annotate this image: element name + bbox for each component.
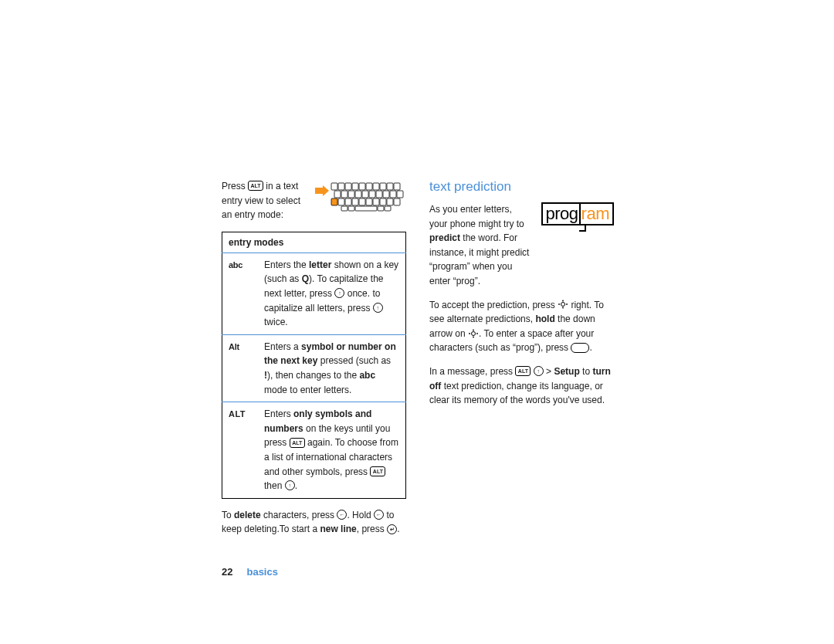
alt-key-icon: ALT [290,438,305,448]
page-footer: 22basics [222,566,406,578]
svg-rect-2 [345,183,351,190]
svg-point-35 [561,303,565,307]
accept-prediction-paragraph: To accept the prediction, press right. T… [429,298,614,355]
svg-rect-5 [366,183,372,190]
alt-key-icon: ALT [248,181,263,191]
svg-rect-20 [331,198,337,205]
svg-rect-27 [380,198,386,205]
mode-desc-abc: Enters the letter shown on a key (such a… [258,253,406,334]
right-column: text prediction As you enter letters, yo… [429,179,614,578]
table-row: ALT Enters only symbols and numbers on t… [222,402,406,499]
svg-rect-11 [341,191,348,198]
shift-key-icon: ↑ [534,366,544,376]
svg-rect-32 [355,206,377,211]
svg-rect-6 [373,183,379,190]
cursor-tail-icon [579,225,586,232]
svg-rect-0 [331,183,337,190]
keyboard-icon [331,182,406,212]
mode-label-alt: Alt [229,342,239,351]
intro-text: Press ALT in a text entry view to select… [222,179,307,222]
prediction-box: prog ram [541,202,614,225]
svg-rect-10 [334,191,341,198]
nav-key-icon [468,329,479,338]
shift-key-icon: ↑ [334,288,344,298]
svg-point-40 [472,331,476,335]
mode-label-abc: abc [229,260,242,269]
prediction-intro-text: As you enter letters, your phone might t… [429,202,532,289]
svg-rect-13 [355,191,361,198]
alt-key-icon: ALT [515,366,531,376]
svg-rect-28 [387,198,393,205]
page-number: 22 [222,566,232,578]
setup-paragraph: In a message, press ALT ↑ > Setup to tur… [429,364,614,408]
page-content: Press ALT in a text entry view to select… [222,179,614,578]
svg-rect-25 [366,198,372,205]
svg-rect-24 [359,198,365,205]
svg-rect-15 [369,191,375,198]
mode-label-altlock: ALT [229,409,246,419]
space-key-icon [571,343,589,353]
svg-rect-17 [383,191,389,198]
svg-rect-33 [378,206,384,211]
svg-rect-9 [394,183,400,190]
backspace-key-icon: ← [374,510,384,520]
enter-key-icon: ↵ [387,524,397,534]
svg-point-41 [473,329,474,330]
svg-rect-3 [352,183,358,190]
svg-point-38 [558,303,560,305]
svg-point-39 [566,303,568,305]
arrow-right-icon [315,185,329,196]
menu-setup: Setup [554,366,579,377]
svg-rect-19 [397,191,403,198]
svg-rect-1 [338,183,344,190]
svg-rect-14 [362,191,368,198]
predicted-text: ram [581,204,609,224]
svg-rect-12 [348,191,354,198]
svg-point-36 [562,300,564,302]
intro-block: Press ALT in a text entry view to select… [222,179,406,222]
svg-rect-31 [348,206,354,211]
svg-point-44 [476,333,478,334]
delete-line-paragraph: To delete characters, press ←. Hold ← to… [222,508,406,537]
mode-desc-alt: Enters a symbol or number on the next ke… [258,334,406,402]
svg-rect-22 [345,198,351,205]
intro-pre: Press [222,181,248,192]
svg-rect-7 [380,183,386,190]
svg-rect-30 [341,206,348,211]
svg-rect-16 [376,191,382,198]
prediction-example-graphic: prog ram [541,202,614,232]
backspace-key-icon: ← [337,510,347,520]
shift-key-icon: ↑ [285,480,295,490]
svg-rect-29 [394,198,400,205]
svg-rect-21 [338,198,344,205]
alt-key-icon: ALT [370,466,385,476]
svg-point-37 [562,307,564,309]
section-heading: text prediction [429,179,614,195]
svg-rect-26 [373,198,379,205]
table-header: entry modes [222,232,406,253]
keyboard-graphic [315,179,406,212]
entry-modes-table: entry modes abc Enters the letter shown … [222,232,406,499]
svg-rect-34 [385,206,391,211]
svg-rect-18 [390,191,396,198]
svg-point-42 [473,336,474,337]
left-column: Press ALT in a text entry view to select… [222,179,406,578]
table-row: abc Enters the letter shown on a key (su… [222,253,406,334]
svg-rect-8 [387,183,393,190]
mode-desc-altlock: Enters only symbols and numbers on the k… [258,402,406,499]
typed-text: prog [546,204,578,224]
section-name: basics [246,566,277,578]
shift-key-icon: ↑ [373,303,383,313]
svg-point-43 [469,333,470,334]
svg-rect-4 [359,183,365,190]
nav-key-icon [558,300,568,309]
svg-rect-23 [352,198,358,205]
text-cursor-icon [579,204,581,224]
table-row: Alt Enters a symbol or number on the nex… [222,334,406,402]
prediction-intro-row: As you enter letters, your phone might t… [429,202,614,289]
